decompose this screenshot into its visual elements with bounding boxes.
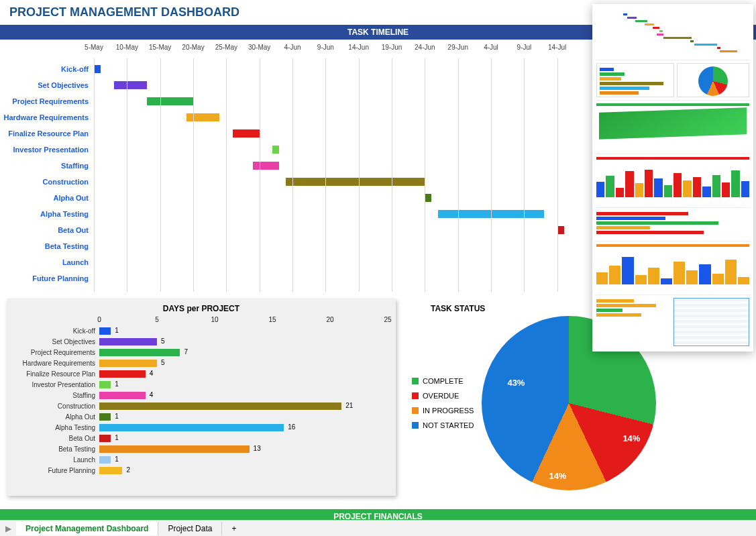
days-row: Set Objectives5 xyxy=(12,336,390,347)
days-bar xyxy=(99,445,250,453)
days-label: Hardware Requirements xyxy=(12,360,99,367)
days-label: Staffing xyxy=(12,392,99,399)
gantt-task-label: Hardware Requirements xyxy=(3,113,94,121)
days-value: 5 xyxy=(161,337,165,345)
gantt-date-tick: 4-Jun xyxy=(284,44,301,51)
legend-inprogress: IN PROGRESS xyxy=(423,403,474,418)
days-label: Beta Testing xyxy=(12,445,99,453)
thumb-gantt[interactable] xyxy=(595,7,751,60)
tab-dashboard[interactable]: Project Management Dashboard xyxy=(16,522,158,535)
gantt-task-label: Kick-off xyxy=(61,65,94,73)
days-row: Launch1 xyxy=(12,454,390,465)
status-legend: COMPLETE OVERDUE IN PROGRESS NOT STARTED xyxy=(404,374,474,433)
days-bar xyxy=(99,370,146,378)
square-icon xyxy=(412,422,419,429)
square-icon xyxy=(412,392,419,399)
days-value: 1 xyxy=(115,434,119,441)
thumb-bars2[interactable] xyxy=(595,242,751,295)
pie-label-14b: 14% xyxy=(549,471,566,481)
gantt-bar xyxy=(147,97,193,105)
days-bar xyxy=(99,413,111,421)
tab-add[interactable]: + xyxy=(222,522,246,535)
days-value: 13 xyxy=(254,445,261,452)
days-row: Alpha Testing16 xyxy=(12,422,390,433)
axis-tick: 25 xyxy=(384,316,391,323)
gantt-bar xyxy=(286,178,425,186)
days-value: 4 xyxy=(150,391,154,398)
days-row: Investor Presentation1 xyxy=(12,379,390,390)
days-label: Set Objectives xyxy=(12,338,99,345)
pie-label-43: 43% xyxy=(507,378,525,388)
days-value: 4 xyxy=(150,370,154,377)
days-value: 5 xyxy=(161,359,165,366)
thumb-hbars[interactable] xyxy=(595,208,751,242)
days-row: Staffing4 xyxy=(12,390,390,400)
days-label: Kick-off xyxy=(12,327,99,335)
gantt-date-tick: 24-Jun xyxy=(415,44,435,51)
axis-tick: 0 xyxy=(97,316,101,323)
gantt-date-tick: 4-Jul xyxy=(484,44,498,51)
gantt-date-tick: 10-May xyxy=(116,44,138,51)
days-value: 21 xyxy=(345,402,353,409)
days-label: Project Requirements xyxy=(12,349,99,356)
tab-project-data[interactable]: Project Data xyxy=(158,522,222,535)
days-row: Beta Testing13 xyxy=(12,443,390,454)
days-title: DAYS per PROJECT xyxy=(12,304,390,313)
days-label: Construction xyxy=(12,403,99,410)
gantt-date-tick: 14-Jun xyxy=(348,44,369,51)
gantt-date-tick: 14-Jul xyxy=(548,44,566,51)
thumb-bar-pie[interactable] xyxy=(595,60,751,101)
tab-nav-arrow-icon[interactable]: ▶ xyxy=(0,524,16,533)
gantt-bar xyxy=(94,65,101,73)
gantt-bar xyxy=(186,113,219,121)
gantt-date-tick: 20-May xyxy=(182,44,204,51)
days-label: Future Planning xyxy=(12,467,99,474)
days-row: Kick-off1 xyxy=(12,325,390,336)
days-bar xyxy=(99,327,111,335)
days-label: Beta Out xyxy=(12,435,99,442)
days-row: Beta Out1 xyxy=(12,433,390,443)
days-per-project-panel: DAYS per PROJECT 0510152025 Kick-off1Set… xyxy=(7,299,396,496)
gantt-task-label: Project Requirements xyxy=(12,97,94,105)
axis-tick: 20 xyxy=(326,316,333,323)
days-label: Launch xyxy=(12,456,99,464)
gantt-task-label: Beta Testing xyxy=(45,242,94,250)
pie-label-14a: 14% xyxy=(623,433,640,443)
days-row: Hardware Requirements5 xyxy=(12,358,390,368)
days-bar xyxy=(99,392,146,399)
gantt-bar xyxy=(233,129,259,138)
legend-overdue: OVERDUE xyxy=(423,388,459,403)
gantt-bar xyxy=(253,162,279,170)
days-row: Construction21 xyxy=(12,400,390,411)
gantt-task-label: Beta Out xyxy=(58,226,94,234)
days-value: 1 xyxy=(115,327,119,334)
gantt-task-label: Set Objectives xyxy=(38,81,94,89)
gantt-date-tick: 5-May xyxy=(85,44,103,51)
gantt-task-label: Launch xyxy=(62,258,94,266)
gantt-bar xyxy=(114,81,147,89)
thumb-table[interactable] xyxy=(595,295,751,349)
gantt-bar xyxy=(557,226,564,234)
days-bar xyxy=(99,338,157,345)
days-value: 2 xyxy=(126,466,130,474)
days-label: Investor Presentation xyxy=(12,381,99,388)
thumb-bars1[interactable] xyxy=(595,154,751,208)
gantt-date-tick: 30-May xyxy=(248,44,270,51)
gantt-date-tick: 15-May xyxy=(149,44,171,51)
days-bar xyxy=(99,435,111,442)
square-icon xyxy=(412,407,419,414)
gantt-task-label: Construction xyxy=(43,178,94,186)
days-row: Project Requirements7 xyxy=(12,347,390,358)
days-bar xyxy=(99,424,284,431)
days-bar xyxy=(99,349,180,356)
legend-complete: COMPLETE xyxy=(423,374,464,388)
gantt-task-label: Staffing xyxy=(61,162,94,170)
days-bar xyxy=(99,467,122,474)
gantt-date-tick: 29-Jun xyxy=(447,44,468,51)
thumb-financials[interactable] xyxy=(595,101,751,154)
gantt-date-tick: 19-Jun xyxy=(382,44,402,51)
gantt-date-tick: 9-Jul xyxy=(517,44,531,51)
gantt-bar xyxy=(425,194,431,202)
days-bar xyxy=(99,360,157,367)
thumbnail-strip[interactable] xyxy=(592,4,753,352)
